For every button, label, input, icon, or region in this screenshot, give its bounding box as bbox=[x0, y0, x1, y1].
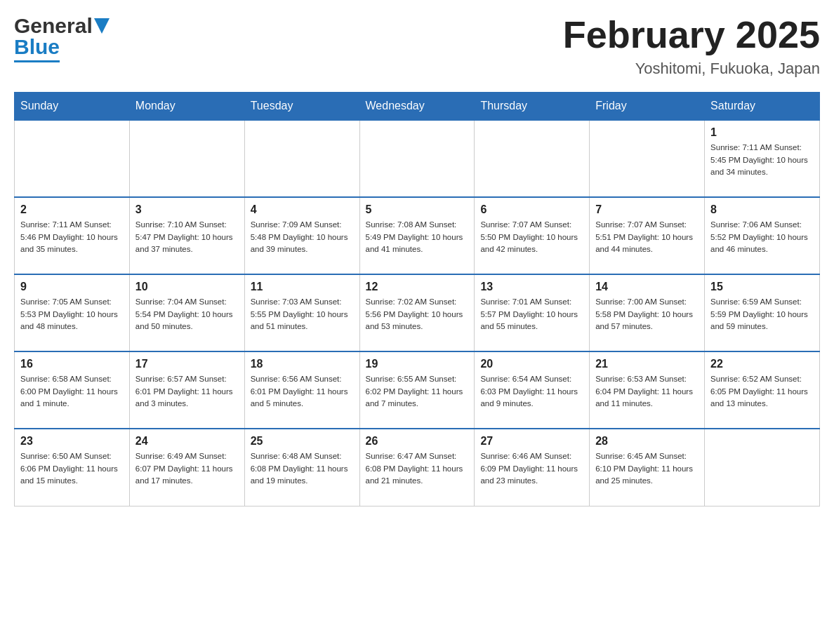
calendar-week-row: 16Sunrise: 6:58 AM Sunset: 6:00 PM Dayli… bbox=[15, 351, 820, 429]
day-number: 1 bbox=[710, 126, 814, 139]
calendar-week-row: 23Sunrise: 6:50 AM Sunset: 6:06 PM Dayli… bbox=[15, 429, 820, 506]
day-number: 18 bbox=[251, 358, 354, 370]
day-number: 2 bbox=[20, 203, 124, 216]
cell-info: Sunrise: 7:11 AM Sunset: 5:46 PM Dayligh… bbox=[20, 219, 124, 255]
cell-info: Sunrise: 6:54 AM Sunset: 6:03 PM Dayligh… bbox=[480, 373, 583, 410]
day-number: 21 bbox=[595, 358, 699, 370]
day-number: 22 bbox=[710, 358, 814, 370]
calendar-cell: 19Sunrise: 6:55 AM Sunset: 6:02 PM Dayli… bbox=[359, 351, 475, 429]
calendar-cell: 5Sunrise: 7:08 AM Sunset: 5:49 PM Daylig… bbox=[359, 197, 475, 274]
calendar-cell: 9Sunrise: 7:05 AM Sunset: 5:53 PM Daylig… bbox=[15, 274, 130, 351]
location-title: Yoshitomi, Fukuoka, Japan bbox=[563, 60, 820, 78]
logo: General Blue bbox=[14, 14, 110, 62]
cell-info: Sunrise: 6:47 AM Sunset: 6:08 PM Dayligh… bbox=[366, 450, 469, 487]
day-number: 5 bbox=[366, 203, 469, 216]
day-number: 3 bbox=[135, 203, 239, 216]
calendar-cell: 13Sunrise: 7:01 AM Sunset: 5:57 PM Dayli… bbox=[475, 274, 590, 351]
calendar-cell bbox=[15, 120, 130, 197]
day-number: 10 bbox=[135, 281, 239, 293]
cell-info: Sunrise: 6:59 AM Sunset: 5:59 PM Dayligh… bbox=[710, 296, 814, 333]
calendar-week-row: 2Sunrise: 7:11 AM Sunset: 5:46 PM Daylig… bbox=[15, 197, 820, 274]
calendar-cell bbox=[475, 120, 590, 197]
day-number: 4 bbox=[251, 203, 354, 216]
calendar-table: SundayMondayTuesdayWednesdayThursdayFrid… bbox=[14, 92, 820, 507]
cell-info: Sunrise: 7:06 AM Sunset: 5:52 PM Dayligh… bbox=[710, 219, 814, 255]
calendar-cell: 11Sunrise: 7:03 AM Sunset: 5:55 PM Dayli… bbox=[244, 274, 359, 351]
calendar-cell: 1Sunrise: 7:11 AM Sunset: 5:45 PM Daylig… bbox=[705, 120, 820, 197]
day-number: 8 bbox=[710, 203, 814, 216]
day-number: 17 bbox=[135, 358, 239, 370]
day-number: 9 bbox=[20, 281, 124, 293]
weekday-header-wednesday: Wednesday bbox=[359, 93, 475, 121]
calendar-cell: 10Sunrise: 7:04 AM Sunset: 5:54 PM Dayli… bbox=[129, 274, 244, 351]
calendar-cell: 20Sunrise: 6:54 AM Sunset: 6:03 PM Dayli… bbox=[475, 351, 590, 429]
logo-general: General bbox=[14, 14, 93, 38]
calendar-cell: 2Sunrise: 7:11 AM Sunset: 5:46 PM Daylig… bbox=[15, 197, 130, 274]
calendar-cell: 4Sunrise: 7:09 AM Sunset: 5:48 PM Daylig… bbox=[244, 197, 359, 274]
calendar-cell: 25Sunrise: 6:48 AM Sunset: 6:08 PM Dayli… bbox=[244, 429, 359, 506]
calendar-cell: 17Sunrise: 6:57 AM Sunset: 6:01 PM Dayli… bbox=[129, 351, 244, 429]
calendar-cell: 27Sunrise: 6:46 AM Sunset: 6:09 PM Dayli… bbox=[475, 429, 590, 506]
calendar-cell: 22Sunrise: 6:52 AM Sunset: 6:05 PM Dayli… bbox=[705, 351, 820, 429]
day-number: 24 bbox=[135, 435, 239, 448]
day-number: 26 bbox=[366, 435, 469, 448]
day-number: 6 bbox=[480, 203, 583, 216]
calendar-cell: 26Sunrise: 6:47 AM Sunset: 6:08 PM Dayli… bbox=[359, 429, 475, 506]
cell-info: Sunrise: 7:03 AM Sunset: 5:55 PM Dayligh… bbox=[251, 296, 354, 333]
cell-info: Sunrise: 6:50 AM Sunset: 6:06 PM Dayligh… bbox=[20, 450, 124, 487]
calendar-cell bbox=[129, 120, 244, 197]
calendar-cell: 7Sunrise: 7:07 AM Sunset: 5:51 PM Daylig… bbox=[590, 197, 705, 274]
calendar-week-row: 1Sunrise: 7:11 AM Sunset: 5:45 PM Daylig… bbox=[15, 120, 820, 197]
logo-blue: Blue bbox=[14, 35, 60, 62]
day-number: 7 bbox=[595, 203, 699, 216]
cell-info: Sunrise: 6:57 AM Sunset: 6:01 PM Dayligh… bbox=[135, 373, 239, 410]
weekday-header-friday: Friday bbox=[590, 93, 705, 121]
calendar-cell: 21Sunrise: 6:53 AM Sunset: 6:04 PM Dayli… bbox=[590, 351, 705, 429]
day-number: 15 bbox=[710, 281, 814, 293]
calendar-cell: 12Sunrise: 7:02 AM Sunset: 5:56 PM Dayli… bbox=[359, 274, 475, 351]
cell-info: Sunrise: 7:11 AM Sunset: 5:45 PM Dayligh… bbox=[710, 142, 814, 178]
calendar-cell: 28Sunrise: 6:45 AM Sunset: 6:10 PM Dayli… bbox=[590, 429, 705, 506]
day-number: 13 bbox=[480, 281, 583, 293]
calendar-cell bbox=[244, 120, 359, 197]
day-number: 23 bbox=[20, 435, 124, 448]
cell-info: Sunrise: 6:52 AM Sunset: 6:05 PM Dayligh… bbox=[710, 373, 814, 410]
cell-info: Sunrise: 7:00 AM Sunset: 5:58 PM Dayligh… bbox=[595, 296, 699, 333]
title-block: February 2025 Yoshitomi, Fukuoka, Japan bbox=[563, 14, 820, 78]
calendar-cell bbox=[590, 120, 705, 197]
cell-info: Sunrise: 7:04 AM Sunset: 5:54 PM Dayligh… bbox=[135, 296, 239, 333]
cell-info: Sunrise: 6:45 AM Sunset: 6:10 PM Dayligh… bbox=[595, 450, 699, 487]
cell-info: Sunrise: 6:56 AM Sunset: 6:01 PM Dayligh… bbox=[251, 373, 354, 410]
calendar-cell: 16Sunrise: 6:58 AM Sunset: 6:00 PM Dayli… bbox=[15, 351, 130, 429]
svg-marker-0 bbox=[94, 18, 110, 34]
day-number: 25 bbox=[251, 435, 354, 448]
calendar-cell: 8Sunrise: 7:06 AM Sunset: 5:52 PM Daylig… bbox=[705, 197, 820, 274]
weekday-header-sunday: Sunday bbox=[15, 93, 130, 121]
calendar-cell: 6Sunrise: 7:07 AM Sunset: 5:50 PM Daylig… bbox=[475, 197, 590, 274]
cell-info: Sunrise: 7:08 AM Sunset: 5:49 PM Dayligh… bbox=[366, 219, 469, 255]
calendar-header-row: SundayMondayTuesdayWednesdayThursdayFrid… bbox=[15, 93, 820, 121]
day-number: 20 bbox=[480, 358, 583, 370]
cell-info: Sunrise: 6:49 AM Sunset: 6:07 PM Dayligh… bbox=[135, 450, 239, 487]
calendar-cell: 15Sunrise: 6:59 AM Sunset: 5:59 PM Dayli… bbox=[705, 274, 820, 351]
day-number: 11 bbox=[251, 281, 354, 293]
cell-info: Sunrise: 7:07 AM Sunset: 5:50 PM Dayligh… bbox=[480, 219, 583, 255]
day-number: 28 bbox=[595, 435, 699, 448]
calendar-cell bbox=[359, 120, 475, 197]
cell-info: Sunrise: 7:10 AM Sunset: 5:47 PM Dayligh… bbox=[135, 219, 239, 255]
weekday-header-thursday: Thursday bbox=[475, 93, 590, 121]
cell-info: Sunrise: 6:46 AM Sunset: 6:09 PM Dayligh… bbox=[480, 450, 583, 487]
logo-triangle-icon bbox=[94, 18, 110, 34]
day-number: 19 bbox=[366, 358, 469, 370]
day-number: 12 bbox=[366, 281, 469, 293]
day-number: 14 bbox=[595, 281, 699, 293]
calendar-cell: 24Sunrise: 6:49 AM Sunset: 6:07 PM Dayli… bbox=[129, 429, 244, 506]
cell-info: Sunrise: 7:07 AM Sunset: 5:51 PM Dayligh… bbox=[595, 219, 699, 255]
day-number: 27 bbox=[480, 435, 583, 448]
page-header: General Blue February 2025 Yoshitomi, Fu… bbox=[14, 14, 820, 78]
cell-info: Sunrise: 6:48 AM Sunset: 6:08 PM Dayligh… bbox=[251, 450, 354, 487]
cell-info: Sunrise: 6:58 AM Sunset: 6:00 PM Dayligh… bbox=[20, 373, 124, 410]
calendar-cell: 23Sunrise: 6:50 AM Sunset: 6:06 PM Dayli… bbox=[15, 429, 130, 506]
weekday-header-saturday: Saturday bbox=[705, 93, 820, 121]
calendar-cell: 18Sunrise: 6:56 AM Sunset: 6:01 PM Dayli… bbox=[244, 351, 359, 429]
